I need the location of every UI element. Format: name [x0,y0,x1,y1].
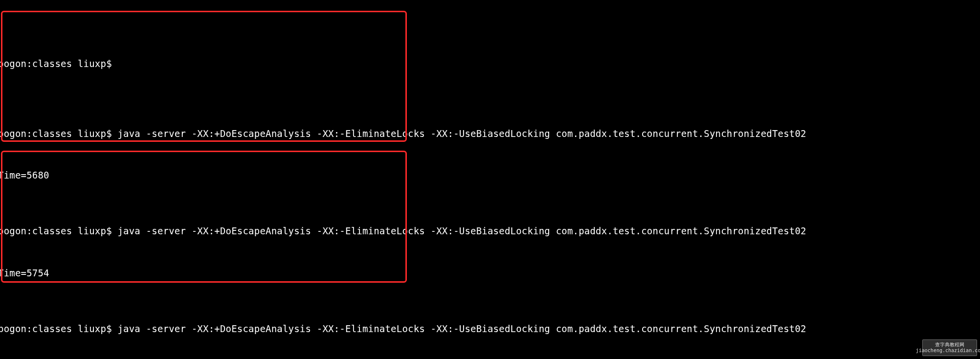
cmd-suffix: -XX:-UseBiasedLocking com.paddx.test.con… [425,323,806,334]
cmd-prefix: java -server -XX:+DoEscapeAnalysis [117,128,316,139]
command-line: bogon:classes liuxp$ java -server -XX:+D… [0,224,980,238]
output-line: Time=5680 [0,168,980,182]
cmd-prefix: java -server -XX:+DoEscapeAnalysis [117,323,316,334]
cmd-prefix: java -server -XX:+DoEscapeAnalysis [117,225,316,236]
shell-prompt: bogon:classes liuxp$ [0,128,112,139]
eliminate-locks-flag: -XX:-EliminateLocks [317,128,425,139]
command-line: bogon:classes liuxp$ java -server -XX:+D… [0,127,980,141]
shell-prompt: bogon:classes liuxp$ [0,58,112,69]
eliminate-locks-flag: -XX:-EliminateLocks [317,323,425,334]
output-line: Time=5754 [0,266,980,280]
terminal-window[interactable]: bogon:classes liuxp$ bogon:classes liuxp… [0,0,980,359]
prompt-line: bogon:classes liuxp$ [0,57,980,71]
command-line: bogon:classes liuxp$ java -server -XX:+D… [0,322,980,336]
cmd-suffix: -XX:-UseBiasedLocking com.paddx.test.con… [425,128,806,139]
time-output: Time=5754 [0,268,49,278]
eliminate-locks-flag: -XX:-EliminateLocks [317,225,425,236]
shell-prompt: bogon:classes liuxp$ [0,323,112,334]
source-watermark: 查字典教程网 jiaocheng.chazidian.com [922,339,977,356]
time-output: Time=5680 [0,170,49,180]
shell-prompt: bogon:classes liuxp$ [0,225,112,236]
watermark-text: 查字典教程网 jiaocheng.chazidian.com [916,342,980,354]
cmd-suffix: -XX:-UseBiasedLocking com.paddx.test.con… [425,225,806,236]
highlight-box-top [1,11,407,142]
